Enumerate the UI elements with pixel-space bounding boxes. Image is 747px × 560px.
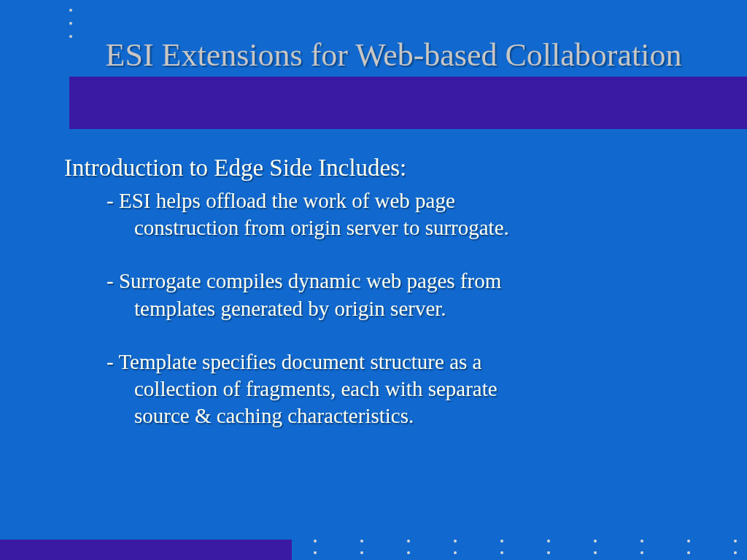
slide-title: ESI Extensions for Web-based Collaborati… (69, 34, 718, 77)
footer-accent-bar (0, 540, 292, 560)
intro-heading: Introduction to Edge Side Includes: (64, 153, 703, 183)
bullet-text: ESI helps offload the work of web page (119, 189, 455, 212)
bullet-text-cont: collection of fragments, each with separ… (107, 376, 703, 402)
bullet-list: - ESI helps offload the work of web page… (64, 187, 703, 429)
list-item: - ESI helps offload the work of web page… (107, 187, 703, 241)
bullet-text-cont: construction from origin server to surro… (107, 214, 703, 241)
bullet-dash: - (107, 189, 119, 212)
title-accent-bar (69, 77, 747, 129)
slide-body: Introduction to Edge Side Includes: - ES… (64, 153, 703, 429)
bullet-dash: - (107, 350, 118, 373)
list-item: - Template specifies document structure … (107, 349, 703, 429)
bullet-text-cont: templates generated by origin server. (107, 295, 703, 322)
bullet-text-cont: source & caching characteristics. (107, 402, 703, 429)
list-item: - Surrogate compiles dynamic web pages f… (107, 268, 703, 322)
bullet-text: Surrogate compiles dynamic web pages fro… (119, 269, 501, 292)
bullet-text: Template specifies document structure as… (118, 350, 481, 373)
decorative-dots-bottom (314, 540, 737, 554)
bullet-dash: - (107, 269, 119, 292)
